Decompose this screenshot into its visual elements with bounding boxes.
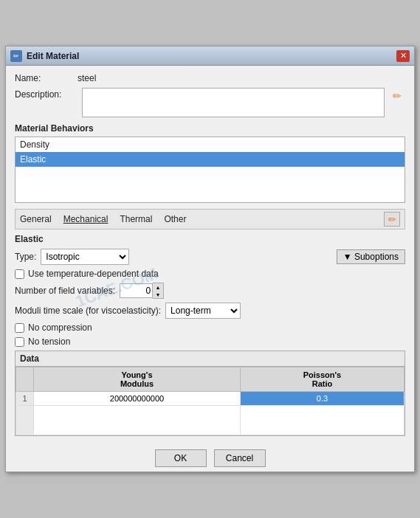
data-section: Data Young'sModulus Poisson'sRatio 1 200… [15, 350, 405, 436]
no-compression-row: No compression [15, 322, 405, 333]
type-row: Type: Isotropic Orthotropic Anisotropic … [15, 249, 405, 265]
close-button[interactable]: ✕ [396, 50, 410, 62]
field-vars-up[interactable]: ▲ [153, 283, 163, 291]
window-icon: ✏ [10, 50, 22, 62]
row-number: 1 [16, 392, 34, 406]
field-vars-input-group: 0 ▲ ▼ [120, 283, 164, 299]
no-tension-label: No tension [28, 336, 70, 347]
behaviors-box: Density Elastic [15, 137, 405, 203]
table-row: 1 200000000000 0.3 [16, 392, 404, 406]
moduli-row: Moduli time scale (for viscoelasticity):… [15, 303, 405, 319]
description-edit-button[interactable]: ✏ [389, 88, 405, 104]
suboptions-label: ▼ Suboptions [343, 252, 399, 262]
no-compression-checkbox[interactable] [15, 323, 24, 333]
field-vars-input[interactable]: 0 [120, 283, 153, 298]
empty-youngs [34, 406, 241, 435]
menu-edit-button[interactable]: ✏ [384, 212, 400, 227]
edit-material-window: ✏ Edit Material ✕ Name: steel Descriptio… [5, 46, 415, 472]
menu-other[interactable]: Other [164, 214, 186, 224]
moduli-label: Moduli time scale (for viscoelasticity): [15, 305, 161, 316]
field-vars-spinners: ▲ ▼ [153, 283, 164, 299]
youngs-value[interactable]: 200000000000 [34, 392, 241, 406]
temp-dependent-row: Use temperature-dependent data [15, 269, 405, 279]
empty-row-num [16, 406, 34, 435]
title-bar-left: ✏ Edit Material [10, 50, 79, 62]
no-compression-label: No compression [28, 322, 92, 333]
empty-poisson [240, 406, 404, 435]
cancel-button[interactable]: Cancel [214, 449, 266, 467]
temp-dependent-label: Use temperature-dependent data [28, 269, 159, 279]
name-value: steel [78, 73, 96, 83]
field-vars-label: Number of field variables: [15, 286, 115, 296]
menu-bar: General Mechanical Thermal Other ✏ [15, 209, 405, 229]
content-area: 1CAE.COM Elastic Type: Isotropic Orthotr… [15, 234, 405, 436]
table-header-row: Young'sModulus Poisson'sRatio [16, 367, 404, 392]
title-bar: ✏ Edit Material ✕ [6, 46, 414, 66]
row-num-header [16, 367, 34, 392]
elastic-heading: Elastic [15, 234, 405, 244]
description-row: Description: ✏ [15, 88, 405, 117]
description-label: Description: [15, 88, 78, 100]
ok-button[interactable]: OK [155, 449, 207, 467]
window-title: Edit Material [27, 51, 79, 61]
behavior-density[interactable]: Density [16, 137, 404, 152]
menu-thermal[interactable]: Thermal [120, 214, 152, 224]
suboptions-button[interactable]: ▼ Suboptions [337, 249, 405, 264]
name-label: Name: [15, 73, 78, 83]
youngs-modulus-header: Young'sModulus [34, 367, 241, 392]
name-row: Name: steel [15, 73, 405, 83]
menu-mechanical[interactable]: Mechanical [63, 214, 109, 224]
behavior-elastic[interactable]: Elastic [16, 152, 404, 167]
description-input[interactable] [82, 88, 385, 117]
type-select[interactable]: Isotropic Orthotropic Anisotropic [41, 249, 129, 265]
window-body: Name: steel Description: ✏ Material Beha… [6, 66, 414, 443]
poisson-value[interactable]: 0.3 [240, 392, 404, 406]
material-behaviors-title: Material Behaviors [15, 123, 405, 134]
temp-dependent-checkbox[interactable] [15, 269, 24, 279]
data-title: Data [16, 351, 404, 367]
menu-bar-right: ✏ [384, 212, 400, 227]
bottom-bar: OK Cancel [6, 443, 414, 472]
data-table: Young'sModulus Poisson'sRatio 1 20000000… [16, 367, 404, 435]
menu-general[interactable]: General [20, 214, 52, 224]
no-tension-checkbox[interactable] [15, 337, 24, 347]
poissons-ratio-header: Poisson'sRatio [240, 367, 404, 392]
no-tension-row: No tension [15, 336, 405, 347]
moduli-select[interactable]: Long-term Instantaneous [165, 303, 241, 319]
field-vars-row: Number of field variables: 0 ▲ ▼ [15, 283, 405, 299]
type-label: Type: [15, 252, 36, 262]
table-empty-row [16, 406, 404, 435]
field-vars-down[interactable]: ▼ [153, 291, 163, 298]
